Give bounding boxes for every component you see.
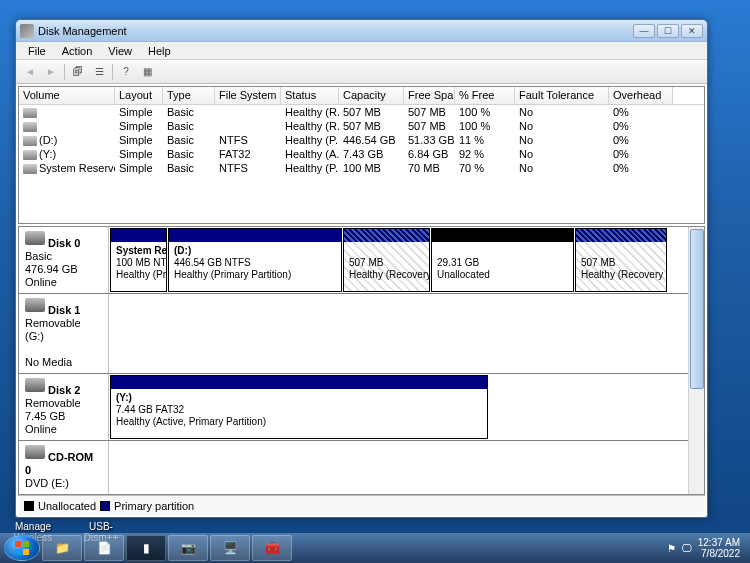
start-button[interactable]: [4, 535, 40, 561]
window-title: Disk Management: [38, 25, 633, 37]
disk-info[interactable]: Disk 1Removable (G:)No Media: [19, 294, 109, 373]
maximize-button[interactable]: ☐: [657, 24, 679, 38]
partition-body: (Y:)7.44 GB FAT32Healthy (Active, Primar…: [111, 389, 487, 438]
menu-help[interactable]: Help: [140, 45, 179, 57]
task-toolbox[interactable]: 🧰: [252, 535, 292, 561]
disk-row: Disk 2Removable7.45 GBOnline(Y:)7.44 GB …: [19, 374, 704, 441]
partition-header: [432, 229, 573, 242]
volume-row[interactable]: (D:)SimpleBasicNTFSHealthy (P...446.54 G…: [19, 133, 704, 147]
svg-rect-3: [23, 549, 29, 555]
legend-label-primary: Primary partition: [114, 500, 194, 512]
disk-icon: [25, 231, 45, 245]
menubar: File Action View Help: [16, 42, 707, 60]
partition[interactable]: 507 MBHealthy (Recovery P: [343, 228, 430, 292]
scrollbar-vertical[interactable]: [688, 227, 704, 494]
partition-body: (D:)446.54 GB NTFSHealthy (Primary Parti…: [169, 242, 341, 291]
help-button[interactable]: ?: [116, 63, 136, 81]
col-overhead[interactable]: Overhead: [609, 87, 673, 104]
partition-container: System Res100 MB NTFSHealthy (Prim(D:)44…: [109, 227, 704, 293]
partition-header: [344, 229, 429, 242]
volume-list-header: Volume Layout Type File System Status Ca…: [19, 87, 704, 105]
partition[interactable]: 29.31 GBUnallocated: [431, 228, 574, 292]
task-cmd[interactable]: ▮: [126, 535, 166, 561]
col-capacity[interactable]: Capacity: [339, 87, 404, 104]
col-free[interactable]: Free Spa...: [404, 87, 455, 104]
menu-action[interactable]: Action: [54, 45, 101, 57]
col-layout[interactable]: Layout: [115, 87, 163, 104]
titlebar[interactable]: Disk Management — ☐ ✕: [16, 20, 707, 42]
partition[interactable]: 507 MBHealthy (Recovery P: [575, 228, 667, 292]
tray-monitor-icon[interactable]: 🖵: [682, 543, 692, 554]
taskbar: 📁 📄 ▮ 📷 🖥️ 🧰 ⚑ 🖵 12:37 AM 7/8/2022: [0, 533, 750, 563]
partition-header: [169, 229, 341, 242]
legend-label-unallocated: Unallocated: [38, 500, 96, 512]
col-volume[interactable]: Volume: [19, 87, 115, 104]
partition[interactable]: (Y:)7.44 GB FAT32Healthy (Active, Primar…: [110, 375, 488, 439]
partition-container: [109, 441, 704, 495]
partition-header: [576, 229, 666, 242]
drive-icon: [23, 122, 37, 132]
col-filesystem[interactable]: File System: [215, 87, 281, 104]
volume-row[interactable]: SimpleBasicHealthy (R...507 MB507 MB100 …: [19, 119, 704, 133]
content-area: Volume Layout Type File System Status Ca…: [16, 84, 707, 517]
volume-row[interactable]: System Reserved (...SimpleBasicNTFSHealt…: [19, 161, 704, 175]
col-status[interactable]: Status: [281, 87, 339, 104]
refresh-button[interactable]: 🗐: [68, 63, 88, 81]
scroll-thumb[interactable]: [690, 229, 704, 389]
volume-row[interactable]: SimpleBasicHealthy (R...507 MB507 MB100 …: [19, 105, 704, 119]
partition-body: 29.31 GBUnallocated: [432, 242, 573, 291]
disk-info[interactable]: Disk 2Removable7.45 GBOnline: [19, 374, 109, 440]
forward-button: ►: [41, 63, 61, 81]
task-notepad[interactable]: 📄: [84, 535, 124, 561]
disk-info[interactable]: Disk 0Basic476.94 GBOnline: [19, 227, 109, 293]
graphical-view: Disk 0Basic476.94 GBOnlineSystem Res100 …: [18, 226, 705, 495]
legend-swatch-unallocated: [24, 501, 34, 511]
partition[interactable]: (D:)446.54 GB NTFSHealthy (Primary Parti…: [168, 228, 342, 292]
tray-date: 7/8/2022: [698, 548, 740, 559]
system-tray: ⚑ 🖵 12:37 AM 7/8/2022: [667, 537, 746, 559]
toolbar-separator: [112, 64, 113, 80]
col-pct[interactable]: % Free: [455, 87, 515, 104]
close-button[interactable]: ✕: [681, 24, 703, 38]
partition-header: [111, 376, 487, 389]
partition-header: [111, 229, 166, 242]
drive-icon: [23, 108, 37, 118]
menu-view[interactable]: View: [100, 45, 140, 57]
menu-file[interactable]: File: [20, 45, 54, 57]
cdrom-icon: [25, 445, 45, 459]
disk-management-window: Disk Management — ☐ ✕ File Action View H…: [15, 19, 708, 518]
col-fault-tolerance[interactable]: Fault Tolerance: [515, 87, 609, 104]
properties-button[interactable]: ☰: [89, 63, 109, 81]
back-button: ◄: [20, 63, 40, 81]
svg-rect-0: [15, 541, 21, 547]
windows-logo-icon: [14, 540, 30, 556]
tray-flag-icon[interactable]: ⚑: [667, 543, 676, 554]
extra-button[interactable]: ▦: [137, 63, 157, 81]
disk-row: CD-ROM 0DVD (E:): [19, 441, 704, 495]
disk-icon: [25, 378, 45, 392]
disk-info[interactable]: CD-ROM 0DVD (E:): [19, 441, 109, 495]
svg-rect-1: [23, 541, 29, 547]
app-icon: [20, 24, 34, 38]
legend-swatch-primary: [100, 501, 110, 511]
toolbar-separator: [64, 64, 65, 80]
tray-clock[interactable]: 12:37 AM 7/8/2022: [698, 537, 740, 559]
col-type[interactable]: Type: [163, 87, 215, 104]
drive-icon: [23, 150, 37, 160]
drive-icon: [23, 136, 37, 146]
task-diskmgmt[interactable]: 🖥️: [210, 535, 250, 561]
partition-body: 507 MBHealthy (Recovery P: [576, 242, 666, 291]
task-camera[interactable]: 📷: [168, 535, 208, 561]
tray-time: 12:37 AM: [698, 537, 740, 548]
partition-container: [109, 294, 704, 373]
task-explorer[interactable]: 📁: [42, 535, 82, 561]
disk-icon: [25, 298, 45, 312]
svg-rect-2: [15, 549, 21, 555]
minimize-button[interactable]: —: [633, 24, 655, 38]
volume-list-body: SimpleBasicHealthy (R...507 MB507 MB100 …: [19, 105, 704, 175]
partition[interactable]: System Res100 MB NTFSHealthy (Prim: [110, 228, 167, 292]
disk-row: Disk 0Basic476.94 GBOnlineSystem Res100 …: [19, 227, 704, 294]
disk-row: Disk 1Removable (G:)No Media: [19, 294, 704, 374]
volume-row[interactable]: (Y:)SimpleBasicFAT32Healthy (A...7.43 GB…: [19, 147, 704, 161]
partition-body: 507 MBHealthy (Recovery P: [344, 242, 429, 291]
